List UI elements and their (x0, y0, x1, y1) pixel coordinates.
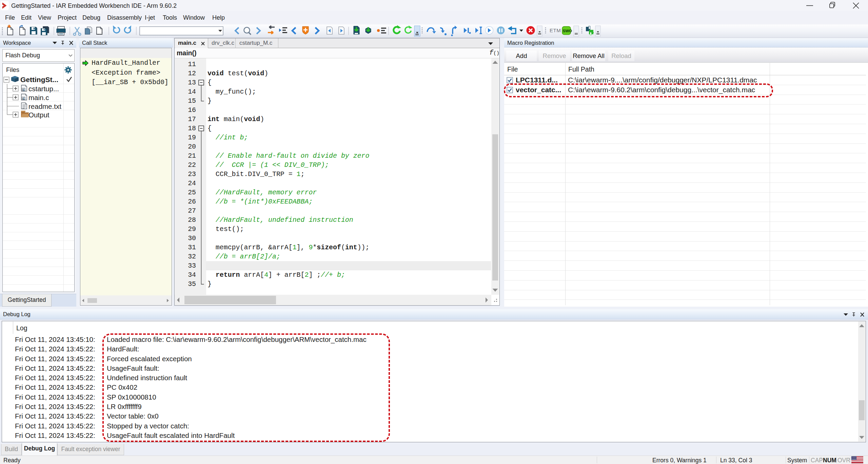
svg-text:c: c (23, 88, 25, 92)
svg-text:c: c (23, 96, 25, 100)
svg-text:SWO: SWO (563, 29, 572, 33)
svg-text:ETM: ETM (550, 27, 561, 33)
